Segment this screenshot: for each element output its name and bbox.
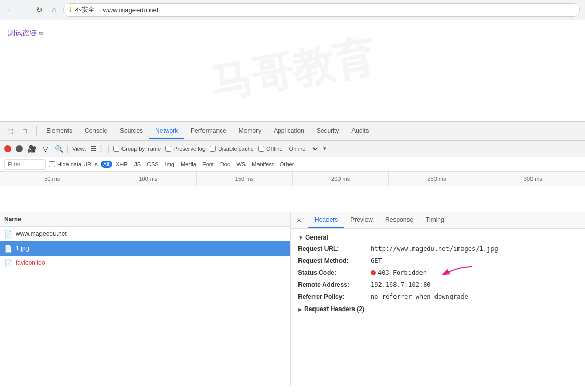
tab-console[interactable]: Console bbox=[78, 123, 114, 139]
home-button[interactable]: ⌂ bbox=[49, 5, 59, 15]
file-item-1jpg[interactable]: 📄 1.jpg bbox=[0, 241, 290, 256]
file-name-1: www.mageedu.net bbox=[16, 230, 67, 237]
details-tab-timing[interactable]: Timing bbox=[419, 213, 451, 228]
status-code-value: 403 Forbidden bbox=[371, 268, 427, 277]
filter-tag-doc[interactable]: Doc bbox=[217, 161, 233, 168]
online-select[interactable]: Online Offline Slow 3G Fast 3G bbox=[287, 145, 319, 152]
request-method-value: GET bbox=[371, 256, 382, 265]
remote-address-key: Remote Address: bbox=[298, 280, 371, 289]
tick-100: 100 ms bbox=[100, 172, 196, 186]
security-icon: ℹ bbox=[69, 6, 72, 13]
filter-input[interactable] bbox=[4, 159, 46, 170]
referrer-policy-key: Referrer Policy: bbox=[298, 292, 371, 301]
request-url-key: Request URL: bbox=[298, 244, 371, 254]
request-headers-label: Request Headers (2) bbox=[304, 305, 364, 313]
view-icons: ☰ ⋮ bbox=[90, 145, 104, 152]
group-by-frame-wrap: Group by frame bbox=[113, 146, 161, 152]
details-tab-preview[interactable]: Preview bbox=[344, 213, 379, 228]
disable-cache-label: Disable cache bbox=[218, 146, 254, 152]
link-icon: ✏ bbox=[39, 30, 45, 37]
hide-data-urls-checkbox[interactable] bbox=[49, 161, 55, 167]
status-code-row: Status Code: 403 Forbidden bbox=[298, 268, 578, 277]
url-display: www.mageedu.net bbox=[103, 6, 158, 14]
remote-address-value: 192.168.7.102:80 bbox=[371, 280, 431, 289]
filter-tag-manifest[interactable]: Manifest bbox=[249, 161, 276, 168]
status-code-key: Status Code: bbox=[298, 268, 371, 277]
preserve-log-checkbox[interactable] bbox=[165, 146, 171, 152]
timeline-bar: 50 ms 100 ms 150 ms 200 ms 250 ms 300 ms bbox=[0, 172, 585, 186]
network-toolbar: 🎥 ▽ 🔍 View: ☰ ⋮ Group by frame Preserve … bbox=[0, 141, 585, 157]
camera-button[interactable]: 🎥 bbox=[27, 144, 36, 153]
cursor-icon[interactable]: ⬚ bbox=[4, 125, 17, 137]
toolbar-sep-1 bbox=[67, 145, 68, 153]
filter-tag-media[interactable]: Media bbox=[178, 161, 199, 168]
tab-application[interactable]: Application bbox=[267, 123, 310, 139]
tick-50: 50 ms bbox=[4, 172, 100, 186]
filter-tag-ws[interactable]: WS bbox=[234, 161, 248, 168]
record-button[interactable] bbox=[4, 145, 11, 152]
filter-tag-font[interactable]: Font bbox=[200, 161, 216, 168]
clear-button[interactable] bbox=[16, 145, 23, 152]
tab-elements[interactable]: Elements bbox=[40, 123, 78, 139]
filter-tag-xhr[interactable]: XHR bbox=[113, 161, 130, 168]
link-text: 测试盗链 bbox=[8, 29, 37, 38]
request-headers-toggle[interactable]: ▶ bbox=[298, 306, 302, 312]
filter-tag-css[interactable]: CSS bbox=[144, 161, 161, 168]
offline-checkbox[interactable] bbox=[258, 146, 264, 152]
search-button[interactable]: 🔍 bbox=[54, 144, 63, 153]
tab-memory[interactable]: Memory bbox=[233, 123, 267, 139]
address-bar[interactable]: ℹ 不安全 | www.mageedu.net bbox=[63, 3, 580, 17]
dropdown-arrow[interactable]: ▾ bbox=[323, 145, 326, 152]
details-close-button[interactable]: × bbox=[294, 215, 304, 226]
tab-network[interactable]: Network bbox=[149, 123, 184, 139]
watermark: 马哥教育 bbox=[0, 20, 585, 121]
status-dot bbox=[371, 270, 376, 275]
hide-data-urls-label: Hide data URLs bbox=[57, 161, 98, 167]
preserve-log-wrap: Preserve log bbox=[165, 146, 206, 152]
details-tab-headers[interactable]: Headers bbox=[308, 213, 344, 228]
tab-audits[interactable]: Audits bbox=[345, 123, 375, 139]
page-link[interactable]: 测试盗链 ✏ bbox=[8, 29, 45, 38]
reload-button[interactable]: ↻ bbox=[34, 5, 45, 15]
general-section-header[interactable]: ▼ General bbox=[298, 234, 578, 241]
devtools-main: Name 📄 www.mageedu.net 📄 1.jpg 📄 favicon… bbox=[0, 212, 585, 386]
file-icon-2: 📄 bbox=[4, 245, 12, 253]
devtools-panel: ⬚ □ Elements Console Sources Network Per… bbox=[0, 121, 585, 386]
mobile-icon[interactable]: □ bbox=[19, 125, 31, 137]
details-tab-response[interactable]: Response bbox=[379, 213, 419, 228]
tab-sources[interactable]: Sources bbox=[114, 123, 149, 139]
disable-cache-wrap: Disable cache bbox=[210, 146, 254, 152]
group-by-frame-label: Group by frame bbox=[121, 146, 161, 152]
devtools-tab-bar: ⬚ □ Elements Console Sources Network Per… bbox=[0, 122, 585, 141]
toolbar-sep-2 bbox=[108, 145, 109, 153]
preserve-log-label: Preserve log bbox=[173, 146, 206, 152]
forward-button[interactable]: → bbox=[20, 5, 30, 15]
list-view-icon[interactable]: ☰ bbox=[90, 145, 97, 152]
filter-button[interactable]: ▽ bbox=[40, 144, 50, 153]
details-tab-bar: × Headers Preview Response Timing bbox=[291, 212, 585, 229]
disable-cache-checkbox[interactable] bbox=[210, 146, 216, 152]
hide-data-urls-wrap: Hide data URLs bbox=[49, 161, 98, 167]
request-method-key: Request Method: bbox=[298, 256, 371, 265]
request-headers-row[interactable]: ▶ Request Headers (2) bbox=[298, 305, 578, 313]
offline-label: Offline bbox=[266, 146, 283, 152]
tick-200: 200 ms bbox=[292, 172, 388, 186]
group-by-frame-checkbox[interactable] bbox=[113, 146, 119, 152]
details-content: ▼ General Request URL: http://www.magedu… bbox=[291, 229, 585, 386]
filter-row: Hide data URLs All XHR JS CSS Img Media … bbox=[0, 157, 585, 172]
filter-tag-all[interactable]: All bbox=[101, 161, 112, 168]
back-button[interactable]: ← bbox=[5, 5, 16, 15]
file-icon-1: 📄 bbox=[4, 230, 12, 238]
general-toggle[interactable]: ▼ bbox=[298, 235, 303, 241]
filter-tag-js[interactable]: JS bbox=[131, 161, 143, 168]
file-item-favicon[interactable]: 📄 favicon.ico bbox=[0, 256, 290, 270]
filter-tag-img[interactable]: Img bbox=[162, 161, 177, 168]
tab-security[interactable]: Security bbox=[310, 123, 345, 139]
tab-performance[interactable]: Performance bbox=[184, 123, 233, 139]
filter-tag-other[interactable]: Other bbox=[277, 161, 297, 168]
arrow-annotation bbox=[433, 264, 474, 282]
tab-divider bbox=[36, 126, 37, 136]
grid-view-icon[interactable]: ⋮ bbox=[98, 145, 104, 152]
view-label: View: bbox=[72, 146, 86, 152]
file-item-mageedu[interactable]: 📄 www.mageedu.net bbox=[0, 227, 290, 241]
